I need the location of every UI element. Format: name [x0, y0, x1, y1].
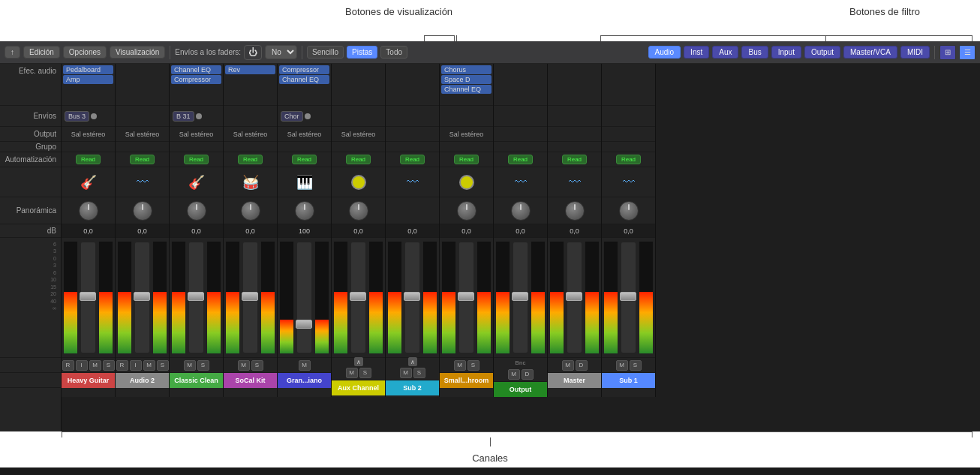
fader-handle[interactable] — [512, 292, 528, 301]
send-chip[interactable]: B 31 — [173, 111, 194, 122]
list-view-button[interactable]: ☰ — [959, 45, 975, 60]
pan-knob[interactable] — [511, 201, 531, 221]
filter-mastervca-button[interactable]: Master/VCA — [843, 46, 897, 59]
fader-handle[interactable] — [350, 292, 366, 301]
fader-track[interactable] — [351, 242, 365, 353]
fader-handle[interactable] — [566, 292, 582, 301]
filter-midi-button[interactable]: MIDI — [900, 46, 930, 59]
record-button[interactable]: R — [62, 360, 74, 371]
fader-handle[interactable] — [458, 292, 474, 301]
send-chip[interactable]: Bus 3 — [65, 111, 89, 122]
icon-row[interactable]: 〰 — [494, 167, 547, 197]
filter-input-button[interactable]: Input — [771, 46, 801, 59]
fx-chip[interactable]: Compressor — [171, 75, 221, 84]
solo-button[interactable]: S — [251, 360, 263, 371]
fader-track[interactable] — [81, 242, 95, 353]
mute-button[interactable]: M — [508, 369, 520, 380]
pan-knob[interactable] — [79, 201, 98, 221]
icon-row[interactable] — [440, 167, 493, 197]
mute-button[interactable]: M — [562, 360, 574, 371]
icon-row[interactable]: 🎹 — [278, 167, 331, 197]
pan-knob[interactable] — [457, 201, 476, 221]
todo-button[interactable]: Todo — [380, 46, 407, 59]
pan-knob[interactable] — [295, 201, 314, 221]
fx-chip[interactable]: Chorus — [441, 65, 492, 74]
icon-row[interactable] — [332, 167, 385, 197]
pan-knob[interactable] — [187, 201, 206, 221]
auto-button[interactable]: Read — [238, 155, 263, 164]
fader-track[interactable] — [189, 242, 203, 353]
solo-button[interactable]: S — [630, 360, 642, 371]
filter-output-button[interactable]: Output — [804, 46, 840, 59]
icon-row[interactable]: 🥁 — [224, 167, 277, 197]
power-button[interactable]: ⏻ — [244, 45, 262, 60]
fader-track[interactable] — [567, 242, 581, 353]
auto-button[interactable]: Read — [292, 155, 317, 164]
fader-handle[interactable] — [620, 292, 636, 301]
auto-button[interactable]: Read — [562, 155, 587, 164]
pan-knob[interactable] — [565, 201, 585, 221]
mute-button[interactable]: M — [299, 360, 311, 371]
input-monitor-button[interactable]: I — [130, 360, 142, 371]
fader-track[interactable] — [297, 242, 311, 353]
record-button[interactable]: R — [116, 360, 128, 371]
fx-chip[interactable]: Channel EQ — [279, 75, 329, 84]
mute-button[interactable]: M — [346, 368, 358, 378]
auto-button[interactable]: Read — [184, 155, 209, 164]
mute-button[interactable]: M — [89, 360, 101, 371]
auto-button[interactable]: Read — [76, 155, 101, 164]
view-menu-button[interactable]: Visualización — [110, 46, 165, 59]
fader-handle[interactable] — [188, 292, 204, 301]
fader-track[interactable] — [459, 242, 473, 353]
icon-row[interactable]: 🎸 — [170, 167, 223, 197]
icon-row[interactable]: 〰 — [386, 167, 439, 197]
mute-button[interactable]: M — [616, 360, 628, 371]
mute-button[interactable]: M — [238, 360, 250, 371]
down-button[interactable]: D — [576, 360, 588, 371]
fx-chip[interactable]: Amp — [63, 75, 113, 84]
fx-chip[interactable]: Channel EQ — [441, 85, 492, 94]
mute-button[interactable]: M — [400, 368, 412, 378]
edit-menu-button[interactable]: Edición — [23, 46, 60, 59]
pan-knob[interactable] — [349, 201, 368, 221]
mute-button[interactable]: M — [143, 360, 155, 371]
pan-knob[interactable] — [619, 201, 639, 221]
options-menu-button[interactable]: Opciones — [63, 46, 107, 59]
solo-button[interactable]: S — [197, 360, 209, 371]
down-button[interactable]: D — [522, 369, 534, 380]
fader-handle[interactable] — [404, 292, 420, 301]
filter-inst-button[interactable]: Inst — [684, 46, 709, 59]
icon-row[interactable]: 〰 — [602, 167, 655, 197]
fx-chip[interactable]: Rev — [225, 65, 275, 74]
pan-knob[interactable] — [241, 201, 260, 221]
auto-button[interactable]: Read — [616, 155, 641, 164]
mute-button[interactable]: M — [184, 360, 196, 371]
fader-handle[interactable] — [134, 292, 150, 301]
fader-track[interactable] — [405, 242, 419, 353]
grid-view-button[interactable]: ⊞ — [939, 45, 956, 60]
solo-button[interactable]: S — [413, 368, 425, 378]
sencillo-button[interactable]: Sencillo — [307, 46, 344, 59]
fx-chip[interactable]: Compressor — [279, 65, 329, 74]
pan-knob[interactable] — [133, 201, 152, 221]
solo-button[interactable]: S — [103, 360, 115, 371]
fader-handle[interactable] — [296, 320, 312, 329]
pistas-button[interactable]: Pistas — [347, 46, 377, 59]
send-chip[interactable]: Chor — [281, 111, 303, 122]
filter-audio-button[interactable]: Audio — [648, 46, 681, 59]
fx-chip[interactable]: Channel EQ — [171, 65, 221, 74]
icon-row[interactable]: 〰 — [116, 167, 169, 197]
auto-button[interactable]: Read — [400, 155, 425, 164]
icon-row[interactable]: 〰 — [548, 167, 601, 197]
mute-button[interactable]: M — [454, 360, 466, 371]
solo-button[interactable]: S — [467, 360, 479, 371]
fader-track[interactable] — [621, 242, 635, 353]
fader-track[interactable] — [135, 242, 149, 353]
send-select[interactable]: No — [265, 45, 297, 59]
filter-aux-button[interactable]: Aux — [712, 46, 738, 59]
icon-row[interactable]: 🎸 — [62, 167, 115, 197]
auto-button[interactable]: Read — [346, 155, 371, 164]
auto-button[interactable]: Read — [508, 155, 533, 164]
solo-button[interactable]: S — [157, 360, 169, 371]
fader-handle[interactable] — [242, 292, 258, 301]
